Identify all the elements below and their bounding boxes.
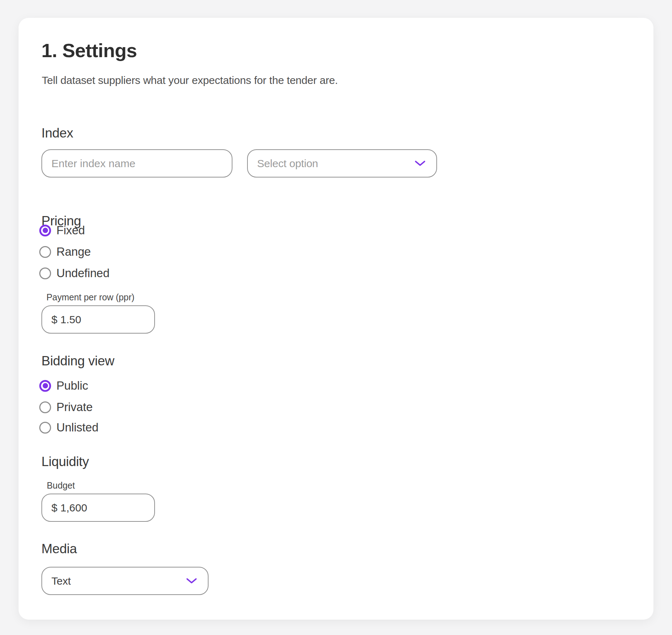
index-type-select-value: Select option (257, 158, 318, 170)
budget-label: Budget (47, 480, 75, 491)
bidding-radio-private[interactable]: Private (39, 400, 92, 414)
settings-card: 1. Settings Tell dataset suppliers what … (19, 18, 653, 620)
media-section-heading: Media (41, 541, 77, 556)
radio-label: Private (56, 400, 92, 414)
radio-icon[interactable] (39, 225, 51, 236)
media-select[interactable]: Text (41, 567, 209, 595)
radio-icon[interactable] (39, 380, 51, 392)
page-subtitle: Tell dataset suppliers what your expecta… (42, 74, 338, 86)
ppr-label: Payment per row (ppr) (46, 292, 135, 302)
radio-label: Public (56, 379, 88, 392)
bidding-radio-public[interactable]: Public (39, 379, 88, 393)
index-name-input[interactable] (41, 149, 232, 178)
radio-label: Unlisted (56, 421, 99, 434)
index-type-select[interactable]: Select option (247, 149, 437, 178)
ppr-input[interactable] (41, 305, 155, 334)
budget-input[interactable] (41, 494, 155, 522)
liquidity-section-heading: Liquidity (41, 454, 89, 469)
radio-icon[interactable] (39, 246, 51, 258)
radio-icon[interactable] (39, 401, 51, 413)
page-title: 1. Settings (41, 39, 137, 61)
chevron-down-icon (186, 578, 197, 584)
bidding-radio-unlisted[interactable]: Unlisted (39, 420, 99, 435)
media-select-value: Text (51, 575, 71, 587)
index-section-heading: Index (41, 126, 73, 141)
radio-label: Range (56, 245, 91, 259)
radio-label: Fixed (56, 224, 85, 237)
pricing-radio-undefined[interactable]: Undefined (39, 266, 110, 280)
pricing-radio-fixed[interactable]: Fixed (39, 223, 85, 238)
settings-page: 1. Settings Tell dataset suppliers what … (0, 0, 672, 635)
radio-icon[interactable] (39, 268, 51, 279)
bidding-section-heading: Bidding view (41, 354, 114, 369)
radio-label: Undefined (56, 266, 110, 280)
chevron-down-icon (415, 160, 426, 166)
radio-icon[interactable] (39, 422, 51, 434)
pricing-radio-range[interactable]: Range (39, 245, 91, 259)
